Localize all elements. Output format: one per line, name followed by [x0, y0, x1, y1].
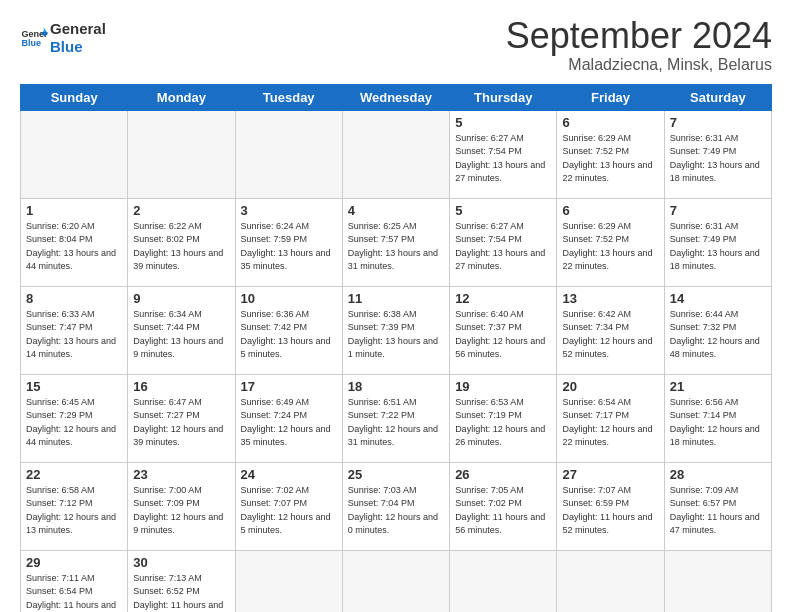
day-cell-8: 8Sunrise: 6:33 AMSunset: 7:47 PMDaylight…: [21, 286, 128, 374]
day-cell-20: 20Sunrise: 6:54 AMSunset: 7:17 PMDayligh…: [557, 374, 664, 462]
day-info: Sunrise: 6:51 AMSunset: 7:22 PMDaylight:…: [348, 396, 444, 450]
day-cell-17: 17Sunrise: 6:49 AMSunset: 7:24 PMDayligh…: [235, 374, 342, 462]
day-info: Sunrise: 6:53 AMSunset: 7:19 PMDaylight:…: [455, 396, 551, 450]
day-number: 6: [562, 115, 658, 130]
day-number: 17: [241, 379, 337, 394]
logo-text-line1: General: [50, 20, 106, 38]
day-cell-11: 11Sunrise: 6:38 AMSunset: 7:39 PMDayligh…: [342, 286, 449, 374]
day-info: Sunrise: 6:42 AMSunset: 7:34 PMDaylight:…: [562, 308, 658, 362]
day-number: 1: [26, 203, 122, 218]
day-info: Sunrise: 6:58 AMSunset: 7:12 PMDaylight:…: [26, 484, 122, 538]
day-info: Sunrise: 6:54 AMSunset: 7:17 PMDaylight:…: [562, 396, 658, 450]
day-number: 28: [670, 467, 766, 482]
day-number: 5: [455, 115, 551, 130]
logo: General Blue General Blue: [20, 20, 106, 56]
day-cell-26: 26Sunrise: 7:05 AMSunset: 7:02 PMDayligh…: [450, 462, 557, 550]
svg-text:Blue: Blue: [21, 38, 41, 48]
day-cell-5: 5Sunrise: 6:27 AMSunset: 7:54 PMDaylight…: [450, 110, 557, 198]
day-info: Sunrise: 6:56 AMSunset: 7:14 PMDaylight:…: [670, 396, 766, 450]
calendar-title: September 2024: [506, 16, 772, 56]
calendar-week-3: 8Sunrise: 6:33 AMSunset: 7:47 PMDaylight…: [21, 286, 772, 374]
day-info: Sunrise: 6:33 AMSunset: 7:47 PMDaylight:…: [26, 308, 122, 362]
day-number: 20: [562, 379, 658, 394]
day-info: Sunrise: 7:13 AMSunset: 6:52 PMDaylight:…: [133, 572, 229, 612]
day-info: Sunrise: 6:20 AMSunset: 8:04 PMDaylight:…: [26, 220, 122, 274]
day-header-wednesday: Wednesday: [342, 84, 449, 110]
calendar-week-4: 15Sunrise: 6:45 AMSunset: 7:29 PMDayligh…: [21, 374, 772, 462]
day-info: Sunrise: 6:45 AMSunset: 7:29 PMDaylight:…: [26, 396, 122, 450]
day-number: 7: [670, 203, 766, 218]
day-number: 13: [562, 291, 658, 306]
day-cell-2: 2Sunrise: 6:22 AMSunset: 8:02 PMDaylight…: [128, 198, 235, 286]
day-number: 18: [348, 379, 444, 394]
day-info: Sunrise: 7:00 AMSunset: 7:09 PMDaylight:…: [133, 484, 229, 538]
day-number: 8: [26, 291, 122, 306]
day-info: Sunrise: 7:05 AMSunset: 7:02 PMDaylight:…: [455, 484, 551, 538]
day-cell-13: 13Sunrise: 6:42 AMSunset: 7:34 PMDayligh…: [557, 286, 664, 374]
day-cell-9: 9Sunrise: 6:34 AMSunset: 7:44 PMDaylight…: [128, 286, 235, 374]
calendar-week-2: 1Sunrise: 6:20 AMSunset: 8:04 PMDaylight…: [21, 198, 772, 286]
day-info: Sunrise: 6:29 AMSunset: 7:52 PMDaylight:…: [562, 132, 658, 186]
day-info: Sunrise: 7:07 AMSunset: 6:59 PMDaylight:…: [562, 484, 658, 538]
day-number: 21: [670, 379, 766, 394]
empty-cell: [450, 550, 557, 612]
day-number: 23: [133, 467, 229, 482]
day-number: 5: [455, 203, 551, 218]
day-info: Sunrise: 7:02 AMSunset: 7:07 PMDaylight:…: [241, 484, 337, 538]
day-number: 2: [133, 203, 229, 218]
day-number: 29: [26, 555, 122, 570]
day-cell-5: 5Sunrise: 6:27 AMSunset: 7:54 PMDaylight…: [450, 198, 557, 286]
day-number: 27: [562, 467, 658, 482]
calendar-header-row: SundayMondayTuesdayWednesdayThursdayFrid…: [21, 84, 772, 110]
day-info: Sunrise: 6:44 AMSunset: 7:32 PMDaylight:…: [670, 308, 766, 362]
day-number: 11: [348, 291, 444, 306]
calendar-table: SundayMondayTuesdayWednesdayThursdayFrid…: [20, 84, 772, 612]
day-cell-10: 10Sunrise: 6:36 AMSunset: 7:42 PMDayligh…: [235, 286, 342, 374]
day-info: Sunrise: 6:47 AMSunset: 7:27 PMDaylight:…: [133, 396, 229, 450]
day-cell-27: 27Sunrise: 7:07 AMSunset: 6:59 PMDayligh…: [557, 462, 664, 550]
day-header-tuesday: Tuesday: [235, 84, 342, 110]
day-number: 10: [241, 291, 337, 306]
day-info: Sunrise: 6:27 AMSunset: 7:54 PMDaylight:…: [455, 220, 551, 274]
calendar-week-5: 22Sunrise: 6:58 AMSunset: 7:12 PMDayligh…: [21, 462, 772, 550]
day-cell-16: 16Sunrise: 6:47 AMSunset: 7:27 PMDayligh…: [128, 374, 235, 462]
empty-cell: [664, 550, 771, 612]
day-header-friday: Friday: [557, 84, 664, 110]
day-cell-24: 24Sunrise: 7:02 AMSunset: 7:07 PMDayligh…: [235, 462, 342, 550]
day-info: Sunrise: 7:09 AMSunset: 6:57 PMDaylight:…: [670, 484, 766, 538]
day-info: Sunrise: 6:49 AMSunset: 7:24 PMDaylight:…: [241, 396, 337, 450]
empty-cell: [235, 550, 342, 612]
day-number: 30: [133, 555, 229, 570]
day-number: 25: [348, 467, 444, 482]
page: General Blue General Blue September 2024…: [0, 0, 792, 612]
day-number: 7: [670, 115, 766, 130]
day-cell-6: 6Sunrise: 6:29 AMSunset: 7:52 PMDaylight…: [557, 110, 664, 198]
day-info: Sunrise: 7:03 AMSunset: 7:04 PMDaylight:…: [348, 484, 444, 538]
day-info: Sunrise: 6:22 AMSunset: 8:02 PMDaylight:…: [133, 220, 229, 274]
day-number: 19: [455, 379, 551, 394]
day-info: Sunrise: 6:38 AMSunset: 7:39 PMDaylight:…: [348, 308, 444, 362]
day-info: Sunrise: 6:34 AMSunset: 7:44 PMDaylight:…: [133, 308, 229, 362]
day-info: Sunrise: 6:25 AMSunset: 7:57 PMDaylight:…: [348, 220, 444, 274]
day-number: 26: [455, 467, 551, 482]
calendar-subtitle: Maladziecna, Minsk, Belarus: [506, 56, 772, 74]
day-cell-29: 29Sunrise: 7:11 AMSunset: 6:54 PMDayligh…: [21, 550, 128, 612]
day-info: Sunrise: 6:29 AMSunset: 7:52 PMDaylight:…: [562, 220, 658, 274]
day-number: 15: [26, 379, 122, 394]
day-number: 14: [670, 291, 766, 306]
day-info: Sunrise: 6:31 AMSunset: 7:49 PMDaylight:…: [670, 220, 766, 274]
day-info: Sunrise: 6:36 AMSunset: 7:42 PMDaylight:…: [241, 308, 337, 362]
empty-cell: [342, 550, 449, 612]
day-info: Sunrise: 6:24 AMSunset: 7:59 PMDaylight:…: [241, 220, 337, 274]
day-header-sunday: Sunday: [21, 84, 128, 110]
empty-cell: [342, 110, 449, 198]
day-cell-19: 19Sunrise: 6:53 AMSunset: 7:19 PMDayligh…: [450, 374, 557, 462]
empty-cell: [128, 110, 235, 198]
calendar-week-6: 29Sunrise: 7:11 AMSunset: 6:54 PMDayligh…: [21, 550, 772, 612]
day-cell-28: 28Sunrise: 7:09 AMSunset: 6:57 PMDayligh…: [664, 462, 771, 550]
day-cell-3: 3Sunrise: 6:24 AMSunset: 7:59 PMDaylight…: [235, 198, 342, 286]
day-cell-4: 4Sunrise: 6:25 AMSunset: 7:57 PMDaylight…: [342, 198, 449, 286]
logo-text-line2: Blue: [50, 38, 106, 56]
day-number: 22: [26, 467, 122, 482]
day-header-thursday: Thursday: [450, 84, 557, 110]
